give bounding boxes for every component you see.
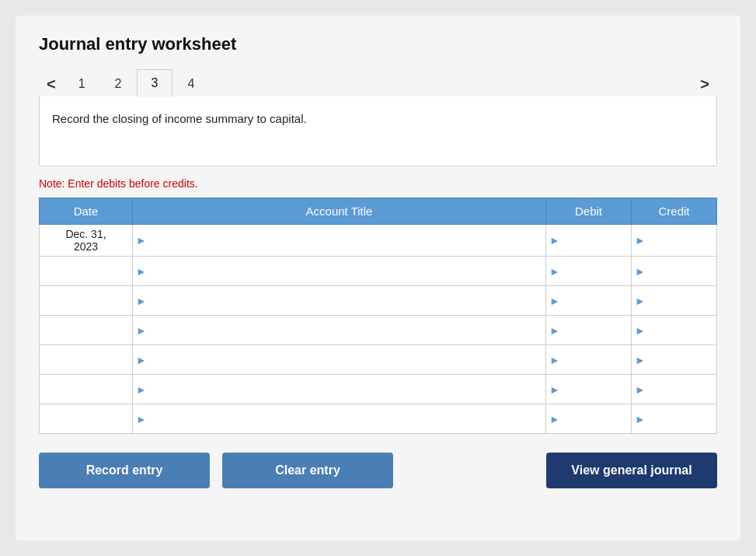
instruction-box: Record the closing of income summary to … [39, 96, 717, 166]
account-cell-3: ► [133, 286, 546, 316]
date-cell-1: Dec. 31,2023 [40, 225, 133, 257]
debit-input-1[interactable] [563, 225, 631, 256]
table-row: ► ► ► [40, 286, 717, 316]
account-input-4[interactable] [150, 316, 545, 344]
debit-arrow-4: ► [546, 324, 563, 337]
credit-input-7[interactable] [649, 404, 716, 433]
credit-arrow-4: ► [632, 324, 649, 337]
credit-arrow-3: ► [632, 295, 649, 307]
account-input-3[interactable] [150, 286, 545, 315]
date-cell-4 [40, 316, 133, 345]
account-cell-4: ► [133, 316, 546, 345]
prev-tab-arrow[interactable]: < [39, 72, 64, 96]
debit-input-5[interactable] [563, 345, 631, 374]
account-cell-5: ► [133, 345, 546, 375]
buttons-row: Record entry Clear entry View general jo… [39, 453, 717, 488]
record-entry-button[interactable]: Record entry [39, 453, 210, 488]
credit-input-3[interactable] [649, 286, 716, 315]
debit-arrow-2: ► [546, 265, 563, 278]
debit-input-7[interactable] [563, 404, 631, 433]
debit-input-3[interactable] [563, 286, 631, 315]
credit-input-2[interactable] [649, 257, 716, 285]
header-debit: Debit [546, 198, 632, 225]
credit-input-6[interactable] [649, 375, 716, 404]
row-arrow-6: ► [133, 383, 150, 396]
account-input-1[interactable] [150, 225, 545, 256]
table-row: ► ► ► [40, 404, 717, 434]
debit-arrow-1: ► [546, 234, 563, 247]
table-row: ► ► ► [40, 257, 717, 286]
credit-arrow-1: ► [632, 234, 649, 247]
row-arrow-5: ► [133, 354, 150, 366]
date-cell-2 [40, 257, 133, 286]
credit-cell-2: ► [632, 257, 717, 286]
date-cell-3 [40, 286, 133, 316]
credit-cell-4: ► [632, 316, 717, 345]
account-input-5[interactable] [150, 345, 545, 374]
account-input-7[interactable] [150, 404, 545, 433]
tab-3[interactable]: 3 [137, 69, 173, 97]
date-cell-5 [40, 345, 133, 375]
page-container: Journal entry worksheet < 1 2 3 4 > Reco… [0, 0, 756, 556]
account-input-6[interactable] [150, 375, 545, 404]
credit-arrow-7: ► [632, 413, 649, 425]
debit-cell-5: ► [546, 345, 632, 375]
account-cell-6: ► [133, 375, 546, 404]
credit-cell-6: ► [632, 375, 717, 404]
header-account-title: Account Title [133, 198, 546, 225]
account-cell-1: ► [133, 225, 546, 257]
tab-2[interactable]: 2 [100, 70, 137, 97]
credit-input-4[interactable] [649, 316, 716, 344]
debit-cell-4: ► [546, 316, 632, 345]
debit-cell-6: ► [546, 375, 632, 404]
next-tab-arrow[interactable]: > [692, 72, 717, 96]
worksheet-card: Journal entry worksheet < 1 2 3 4 > Reco… [16, 16, 740, 540]
note-text: Note: Enter debits before credits. [39, 177, 717, 190]
credit-cell-3: ► [632, 286, 717, 316]
date-cell-7 [40, 404, 133, 434]
header-date: Date [40, 198, 133, 225]
row-arrow-7: ► [133, 413, 150, 425]
debit-cell-3: ► [546, 286, 632, 316]
table-row: ► ► ► [40, 375, 717, 404]
credit-input-5[interactable] [649, 345, 716, 374]
table-row: ► ► ► [40, 316, 717, 345]
tabs-row: < 1 2 3 4 > [39, 68, 717, 96]
page-title: Journal entry worksheet [39, 34, 717, 54]
debit-input-2[interactable] [563, 257, 631, 285]
credit-cell-5: ► [632, 345, 717, 375]
account-input-2[interactable] [150, 257, 545, 285]
debit-arrow-6: ► [546, 383, 563, 396]
credit-arrow-2: ► [632, 265, 649, 278]
credit-cell-1: ► [632, 225, 717, 257]
debit-cell-2: ► [546, 257, 632, 286]
row-arrow-1: ► [133, 234, 150, 247]
debit-input-6[interactable] [563, 375, 631, 404]
credit-arrow-6: ► [632, 383, 649, 396]
tab-4[interactable]: 4 [172, 70, 209, 97]
account-cell-7: ► [133, 404, 546, 434]
credit-cell-7: ► [632, 404, 717, 434]
clear-entry-button[interactable]: Clear entry [222, 453, 393, 488]
debit-arrow-5: ► [546, 354, 563, 366]
header-credit: Credit [632, 198, 717, 225]
credit-arrow-5: ► [632, 354, 649, 366]
debit-input-4[interactable] [563, 316, 631, 344]
instruction-text: Record the closing of income summary to … [52, 112, 307, 125]
debit-arrow-7: ► [546, 413, 563, 425]
row-arrow-3: ► [133, 295, 150, 307]
credit-input-1[interactable] [649, 225, 716, 256]
date-cell-6 [40, 375, 133, 404]
table-row: ► ► ► [40, 345, 717, 375]
debit-cell-1: ► [546, 225, 632, 257]
view-general-journal-button[interactable]: View general journal [546, 453, 717, 488]
debit-cell-7: ► [546, 404, 632, 434]
journal-table: Date Account Title Debit Credit Dec. 31,… [39, 198, 717, 434]
account-cell-2: ► [133, 257, 546, 286]
debit-arrow-3: ► [546, 295, 563, 307]
tab-1[interactable]: 1 [64, 70, 100, 97]
table-row: Dec. 31,2023 ► ► [40, 225, 717, 257]
row-arrow-2: ► [133, 265, 150, 278]
row-arrow-4: ► [133, 324, 150, 337]
